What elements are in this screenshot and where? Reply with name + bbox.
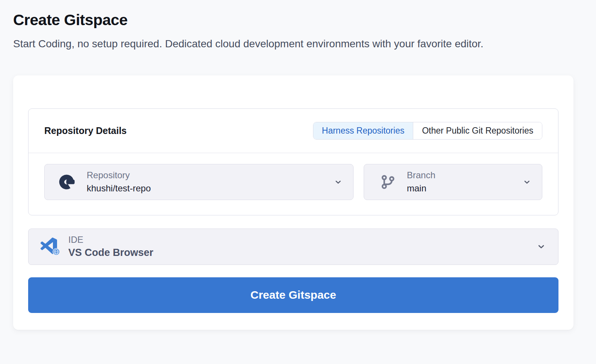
tab-other-public-git-repositories[interactable]: Other Public Git Repositories	[413, 122, 542, 139]
repository-details-section: Repository Details Harness Repositories …	[28, 108, 558, 215]
ide-dropdown[interactable]: IDE VS Code Browser	[28, 229, 558, 265]
branch-dropdown[interactable]: Branch main	[364, 164, 542, 200]
page-title: Create Gitspace	[13, 11, 596, 29]
tab-harness-repositories[interactable]: Harness Repositories	[313, 122, 414, 139]
repository-details-header: Repository Details Harness Repositories …	[29, 109, 558, 153]
branch-field-texts: Branch main	[407, 170, 435, 194]
page-subtitle: Start Coding, no setup required. Dedicat…	[13, 36, 546, 51]
ide-field-texts: IDE VS Code Browser	[68, 235, 154, 259]
repository-dropdown[interactable]: Repository khushi/test-repo	[44, 164, 354, 200]
repository-details-heading: Repository Details	[44, 125, 127, 136]
repository-fields-row: Repository khushi/test-repo	[29, 153, 558, 215]
harness-logo-icon	[59, 173, 76, 191]
tab-other-public-git-repositories-label: Other Public Git Repositories	[422, 126, 533, 136]
ide-field-label: IDE	[68, 235, 154, 245]
chevron-down-icon	[522, 177, 531, 187]
repository-field-label: Repository	[87, 170, 151, 180]
chevron-down-icon	[536, 242, 546, 251]
branch-field-value: main	[407, 183, 435, 194]
git-branch-icon	[379, 173, 396, 191]
gitspace-form-card: Repository Details Harness Repositories …	[13, 75, 573, 330]
browser-globe-icon	[53, 248, 60, 257]
vscode-browser-icon	[41, 238, 59, 256]
chevron-down-icon	[334, 177, 343, 187]
tab-harness-repositories-label: Harness Repositories	[322, 126, 405, 136]
create-gitspace-page: Create Gitspace Start Coding, no setup r…	[0, 0, 596, 330]
create-gitspace-button[interactable]: Create Gitspace	[28, 277, 558, 313]
repository-field-texts: Repository khushi/test-repo	[87, 170, 151, 194]
ide-field-value: VS Code Browser	[68, 247, 154, 259]
branch-field-label: Branch	[407, 170, 435, 180]
repository-source-tabs: Harness Repositories Other Public Git Re…	[313, 122, 542, 140]
repository-field-value: khushi/test-repo	[87, 183, 151, 194]
